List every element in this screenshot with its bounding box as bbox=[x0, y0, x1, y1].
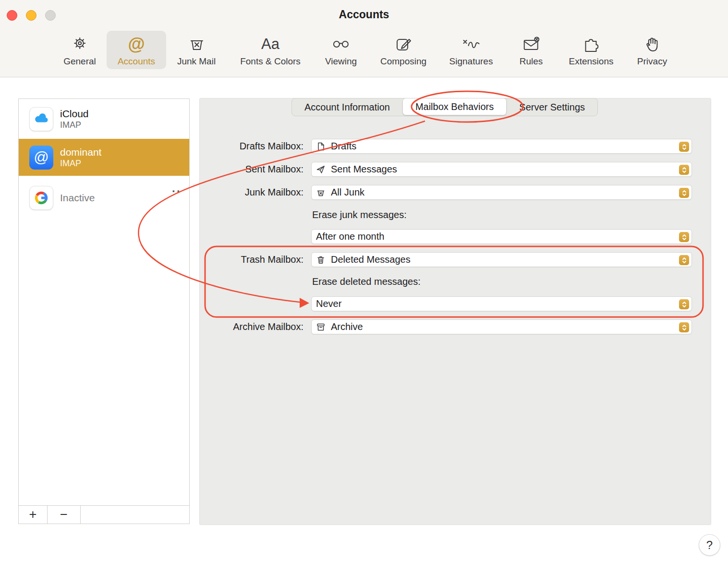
stepper-icon bbox=[679, 165, 689, 175]
toolbar-label: Junk Mail bbox=[177, 56, 216, 67]
paper-plane-icon bbox=[316, 165, 328, 174]
toolbar-item-accounts[interactable]: @ Accounts bbox=[118, 33, 155, 67]
archive-mailbox-select[interactable]: Archive bbox=[311, 319, 692, 334]
junk-basket-icon bbox=[316, 188, 328, 197]
junk-mailbox-select[interactable]: All Junk bbox=[311, 185, 692, 200]
tab-account-information[interactable]: Account Information bbox=[292, 98, 402, 116]
archive-box-icon bbox=[316, 322, 328, 332]
at-icon: @ bbox=[128, 33, 145, 55]
toolbar-label: Privacy bbox=[637, 56, 667, 67]
sent-mailbox-value: Sent Messages bbox=[331, 164, 397, 175]
account-protocol: IMAP bbox=[60, 120, 89, 130]
sidebar-footer: + − bbox=[19, 505, 189, 524]
toolbar-item-junk-mail[interactable]: Junk Mail bbox=[177, 33, 216, 67]
stepper-icon bbox=[679, 299, 689, 309]
stepper-icon bbox=[679, 232, 689, 242]
envelope-seal-icon bbox=[522, 33, 541, 55]
toolbar-label: Rules bbox=[520, 56, 543, 67]
trash-mailbox-label: Trash Mailbox: bbox=[158, 252, 303, 267]
toolbar-label: Composing bbox=[380, 56, 426, 67]
gear-icon bbox=[70, 33, 89, 55]
toolbar-item-extensions[interactable]: Extensions bbox=[569, 33, 614, 67]
stepper-icon bbox=[679, 188, 689, 198]
drafts-mailbox-label: Drafts Mailbox: bbox=[158, 139, 303, 154]
toolbar-label: Extensions bbox=[569, 56, 614, 67]
junk-mailbox-value: All Junk bbox=[331, 187, 364, 198]
toolbar-label: Fonts & Colors bbox=[240, 56, 301, 67]
account-name: Inactive bbox=[60, 192, 95, 204]
compose-icon bbox=[394, 33, 413, 55]
window-chrome: Accounts General @ Accounts Junk Mail Aa… bbox=[0, 0, 728, 77]
trash-icon bbox=[316, 255, 328, 265]
junk-basket-icon bbox=[187, 33, 206, 55]
trash-mailbox-select[interactable]: Deleted Messages bbox=[311, 252, 692, 267]
toolbar-item-privacy[interactable]: Privacy bbox=[637, 33, 667, 67]
toolbar-label: Signatures bbox=[449, 56, 493, 67]
erase-junk-label: Erase junk messages: bbox=[312, 208, 407, 222]
erase-deleted-label: Erase deleted messages: bbox=[312, 274, 421, 289]
puzzle-icon bbox=[582, 33, 601, 55]
drafts-mailbox-select[interactable]: Drafts bbox=[311, 139, 692, 154]
archive-mailbox-label: Archive Mailbox: bbox=[158, 319, 303, 334]
account-row-icloud[interactable]: iCloud IMAP bbox=[19, 101, 189, 137]
tab-mailbox-behaviors[interactable]: Mailbox Behaviors bbox=[402, 98, 507, 115]
toolbar-label: General bbox=[63, 56, 96, 67]
stepper-icon bbox=[679, 142, 689, 152]
sent-mailbox-label: Sent Mailbox: bbox=[158, 162, 303, 177]
icloud-icon bbox=[29, 107, 53, 131]
glasses-icon bbox=[331, 33, 351, 55]
google-icon bbox=[29, 186, 53, 210]
stepper-icon bbox=[679, 255, 689, 265]
help-button[interactable]: ? bbox=[699, 534, 720, 556]
signature-icon bbox=[461, 33, 482, 55]
toolbar-item-general[interactable]: General bbox=[63, 33, 96, 67]
toolbar-label: Viewing bbox=[325, 56, 357, 67]
drafts-mailbox-value: Drafts bbox=[331, 141, 356, 152]
junk-mailbox-label: Junk Mailbox: bbox=[158, 185, 303, 200]
remove-account-button[interactable]: − bbox=[48, 506, 81, 524]
erase-deleted-value: Never bbox=[316, 298, 341, 309]
account-name: dominant bbox=[60, 147, 101, 158]
stepper-icon bbox=[679, 322, 689, 332]
toolbar-item-rules[interactable]: Rules bbox=[520, 33, 543, 67]
toolbar-item-signatures[interactable]: Signatures bbox=[449, 33, 493, 67]
fonts-icon: Aa bbox=[261, 33, 279, 55]
toolbar-item-viewing[interactable]: Viewing bbox=[325, 33, 357, 67]
erase-junk-select[interactable]: After one month bbox=[311, 229, 692, 244]
tab-server-settings[interactable]: Server Settings bbox=[507, 98, 597, 116]
hand-icon bbox=[643, 33, 662, 55]
archive-mailbox-value: Archive bbox=[331, 321, 363, 332]
account-protocol: IMAP bbox=[60, 159, 101, 169]
toolbar-label: Accounts bbox=[118, 56, 155, 67]
toolbar-item-fonts-colors[interactable]: Aa Fonts & Colors bbox=[240, 33, 301, 67]
add-account-button[interactable]: + bbox=[19, 506, 48, 524]
tab-bar: Account Information Mailbox Behaviors Se… bbox=[291, 98, 598, 116]
sent-mailbox-select[interactable]: Sent Messages bbox=[311, 162, 692, 177]
account-name: iCloud bbox=[60, 108, 89, 120]
erase-junk-value: After one month bbox=[316, 231, 384, 242]
window-title: Accounts bbox=[0, 8, 728, 21]
document-icon bbox=[316, 142, 328, 151]
toolbar-item-composing[interactable]: Composing bbox=[380, 33, 426, 67]
trash-mailbox-value: Deleted Messages bbox=[331, 254, 411, 265]
erase-deleted-select[interactable]: Never bbox=[311, 296, 692, 311]
at-icon: @ bbox=[29, 146, 53, 170]
